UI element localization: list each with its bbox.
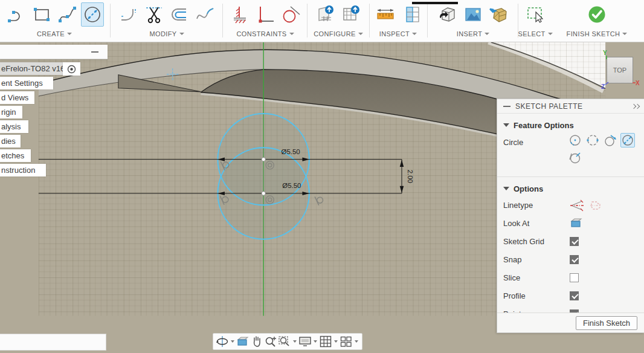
sidebar-item-document-settings[interactable]: ent Settings — [0, 77, 53, 89]
timeline-bar[interactable] — [0, 334, 106, 351]
grid-settings-button[interactable] — [319, 334, 332, 349]
finish-sketch-button[interactable] — [585, 2, 608, 27]
configuration-table-button[interactable] — [340, 2, 362, 27]
two-tangent-circle-button[interactable] — [620, 133, 635, 147]
feature-options-section-header[interactable]: Feature Options — [497, 117, 644, 133]
dimension-label-circle2[interactable]: Ø5.50 — [282, 182, 301, 189]
finish-sketch-button[interactable]: Finish Sketch — [576, 316, 637, 330]
circle-tool-button[interactable] — [81, 2, 104, 27]
display-settings-button[interactable] — [298, 334, 312, 349]
finish-sketch-menu[interactable]: FINISH SKETCH — [557, 29, 637, 39]
center-diameter-circle-button[interactable] — [568, 133, 582, 147]
browser-header-bar[interactable] — [0, 45, 108, 59]
two-point-circle-icon — [586, 134, 599, 147]
modify-menu[interactable]: MODIFY — [112, 29, 221, 39]
center-point-bottom[interactable] — [262, 192, 265, 195]
offset-button[interactable] — [168, 2, 191, 27]
vertical-horizontal-constraint-button[interactable] — [254, 2, 277, 27]
options-section-header[interactable]: Options — [497, 181, 644, 196]
select-menu[interactable]: SELECT — [518, 29, 552, 39]
zoom-button[interactable] — [264, 334, 277, 349]
chevron-down-icon[interactable] — [355, 340, 358, 343]
trim-scissors-icon — [144, 4, 164, 25]
configure-menu[interactable]: CONFIGURE — [309, 29, 368, 39]
activate-component-box[interactable] — [63, 62, 80, 76]
measure-button[interactable] — [374, 2, 397, 27]
centerline-linetype-button[interactable] — [588, 199, 603, 215]
sketch-palette-header[interactable]: SKETCH PALETTE — [497, 99, 644, 114]
canvas-image-button[interactable] — [462, 2, 485, 27]
dimension-label-circle1[interactable]: Ø5.50 — [281, 148, 300, 155]
palette-divider — [497, 176, 644, 177]
centerline-linetype-icon — [588, 199, 603, 212]
select-button[interactable] — [524, 2, 547, 27]
dock-chevrons-icon[interactable] — [632, 104, 640, 109]
fillet-button[interactable] — [117, 2, 140, 27]
rectangle-tool-button[interactable] — [30, 2, 53, 27]
palette-footer: Finish Sketch — [497, 313, 644, 332]
chevron-down-icon[interactable] — [293, 340, 297, 343]
finish-sketch-check-icon — [587, 4, 607, 25]
three-point-circle-button[interactable] — [603, 133, 617, 147]
constraints-menu[interactable]: CONSTRAINTS — [225, 29, 306, 39]
center-point-top[interactable] — [262, 157, 265, 161]
sidebar-item-root-document[interactable]: eFrelon-TO82 v16 — [0, 62, 63, 75]
insert-mesh-button[interactable] — [487, 2, 510, 27]
create-menu[interactable]: CREATE — [0, 29, 109, 39]
look-at-button[interactable] — [236, 334, 250, 349]
pan-button[interactable] — [250, 334, 263, 349]
chevron-down-icon[interactable] — [231, 340, 234, 343]
viewports-button[interactable] — [340, 334, 353, 349]
zoom-window-button[interactable] — [278, 334, 291, 349]
inspect-menu[interactable]: INSPECT — [370, 29, 426, 39]
spline-tool-button[interactable] — [56, 2, 79, 27]
spline-edit-button[interactable] — [193, 2, 216, 27]
slice-checkbox[interactable] — [570, 273, 579, 282]
toolbar-group-select: SELECT — [518, 0, 552, 42]
sketch-palette-panel: SKETCH PALETTE Feature Options Circle — [497, 99, 644, 333]
trim-button[interactable] — [143, 2, 166, 27]
look-at-button[interactable] — [570, 217, 583, 232]
circle-type-row: Circle — [497, 133, 644, 174]
insert-mesh-icon — [488, 4, 509, 25]
sidebar-item-analysis[interactable]: alysis — [0, 120, 28, 133]
chevron-down-icon[interactable] — [314, 340, 317, 343]
insert-derive-button[interactable] — [436, 2, 459, 27]
top-toolbar: CREATE — [0, 0, 644, 42]
orbit-button[interactable] — [216, 334, 229, 349]
snap-checkbox[interactable] — [570, 255, 579, 264]
sidebar-item-sketches[interactable]: etches — [0, 149, 31, 162]
three-tangent-circle-button[interactable] — [568, 151, 582, 165]
configuration-table-icon — [341, 4, 361, 25]
sidebar-item-bodies[interactable]: dies — [0, 135, 21, 147]
line-tool-button[interactable] — [5, 2, 28, 27]
configuration-button[interactable] — [314, 2, 337, 27]
two-point-circle-button[interactable] — [585, 133, 600, 147]
sidebar-item-origin[interactable]: rigin — [0, 106, 22, 118]
insert-menu[interactable]: INSERT — [429, 29, 517, 39]
spline-tool-icon — [57, 4, 77, 25]
sidebar-item-named-views[interactable]: d Views — [0, 91, 34, 104]
toolbar-separator — [369, 4, 370, 37]
toolbar-separator — [307, 4, 308, 37]
fixed-constraint-button[interactable] — [228, 2, 251, 27]
fillet-icon — [118, 4, 139, 25]
collapse-minus-icon[interactable] — [91, 51, 98, 53]
chevron-down-icon — [289, 33, 294, 35]
section-analysis-button[interactable] — [399, 2, 422, 27]
profile-checkbox[interactable] — [570, 291, 579, 300]
tangent-constraint-button[interactable] — [279, 2, 302, 27]
offset-icon — [169, 4, 190, 25]
zoom-window-icon — [278, 335, 291, 348]
chevron-down-icon — [412, 33, 417, 35]
look-at-icon — [236, 335, 250, 348]
profile-row: Profile — [497, 287, 644, 305]
construction-linetype-icon — [570, 199, 584, 212]
sketch-grid-checkbox[interactable] — [570, 237, 579, 246]
chevron-down-icon[interactable] — [334, 340, 338, 343]
collapse-minus-icon[interactable] — [503, 106, 510, 107]
sidebar-item-construction[interactable]: nstruction — [0, 164, 46, 176]
construction-linetype-button[interactable] — [570, 199, 584, 215]
dimension-label-distance[interactable]: 2.00 — [407, 170, 414, 183]
flyout-edge-bar — [412, 2, 458, 4]
